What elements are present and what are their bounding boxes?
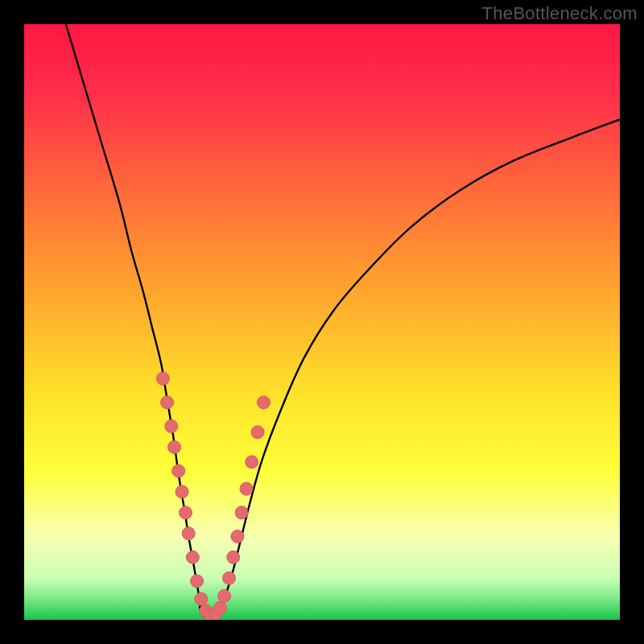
data-point [223,572,236,584]
data-point [180,506,192,519]
data-point [167,440,180,453]
data-point [182,527,195,540]
watermark-label: TheBottleneck.com [482,3,638,24]
data-point [186,551,199,564]
data-point [246,456,258,469]
data-point [191,575,204,588]
data-point [175,485,188,498]
data-point [213,601,226,614]
curve-path [66,24,620,617]
data-point [251,426,264,439]
data-point [257,396,270,409]
data-point [227,551,240,564]
chart-frame: TheBottleneck.com [0,0,644,644]
data-point [156,372,169,385]
bottleneck-curve [24,24,620,620]
data-point [172,464,185,477]
data-point [195,592,208,605]
data-point [218,589,231,602]
data-point [231,530,244,543]
data-point [161,396,174,409]
data-markers [156,372,270,620]
plot-area [24,24,620,620]
data-point [165,420,178,433]
data-point [235,506,248,519]
data-point [240,482,253,495]
